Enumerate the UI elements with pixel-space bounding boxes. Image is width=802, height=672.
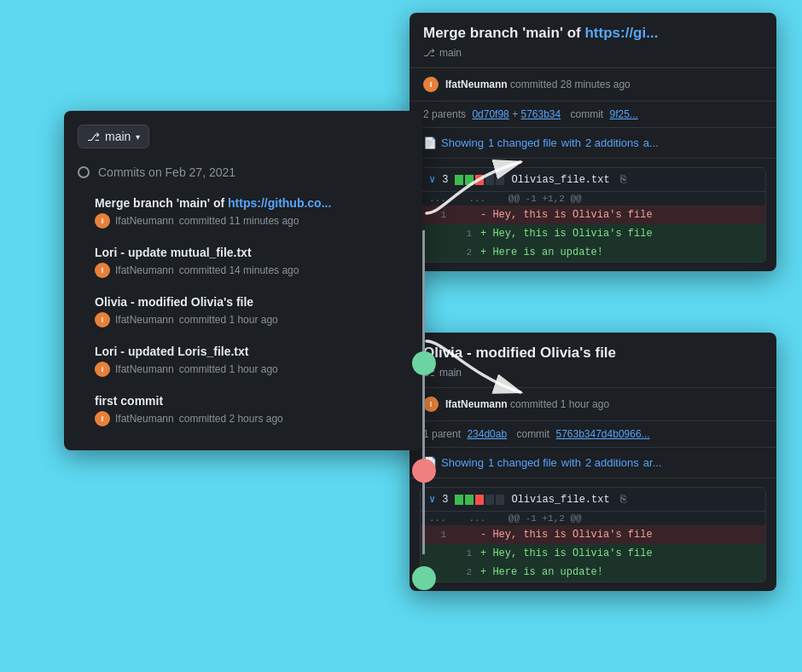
changed-count-top: 1 changed file [488, 136, 557, 149]
detail-parents-bottom: 1 parent 234d0ab commit 5763b347d4b0966.… [410, 421, 776, 448]
diff-stat-add-b1 [455, 495, 463, 505]
branch-selector[interactable]: ⎇ main ▾ [78, 125, 149, 148]
diff-line-num-old-bottom: 1 [429, 530, 455, 540]
detail-commit-meta-bottom: IfatNeumann committed 1 hour ago [445, 398, 609, 410]
diff-count-bottom: 3 [442, 494, 448, 506]
branch-name: main [105, 130, 131, 143]
detail-parents-top: 2 parents 0d70f98 + 5763b34 commit 9f25.… [410, 101, 776, 128]
parents-label-bottom: 1 parent [423, 428, 461, 440]
commit-title-3: Olivia - modified Olivia's file [95, 295, 409, 309]
commit-author-5: IfatNeumann [115, 413, 174, 425]
diff-line-content-add2-top: + Here is an update! [480, 246, 603, 258]
parent2-link-top[interactable]: 5763b34 [520, 108, 561, 120]
commit-item-2[interactable]: Lori - update mutual_file.txt I IfatNeum… [64, 239, 422, 285]
detail-author-bottom: IfatNeumann [445, 398, 508, 410]
commit-time-5: committed 2 hours ago [179, 413, 283, 425]
commit-link-1[interactable]: https://github.co... [228, 196, 331, 210]
commit-item-3[interactable]: Olivia - modified Olivia's file I IfatNe… [64, 288, 422, 334]
diff-stat-neutral-b1 [485, 495, 494, 505]
diff-container-bottom: ∨ 3 Olivias_file.txt ⎘ ... ... @@ -1 +1,… [420, 487, 766, 582]
showing-text-bottom: Showing [441, 456, 484, 469]
diff-line-content-remove-bottom: - Hey, this is Olivia's file [480, 529, 653, 541]
commit-hash-top[interactable]: 9f25... [610, 108, 638, 120]
detail-header-bottom: Olivia - modified Olivia's file ⎇ main [410, 333, 776, 388]
detail-panel-bottom: Olivia - modified Olivia's file ⎇ main I… [410, 333, 776, 591]
detail-avatar-top: I [423, 77, 439, 92]
additions-count-top: 2 additions [585, 136, 639, 149]
detail-showing-bottom: 📄 Showing 1 changed file with 2 addition… [410, 448, 776, 478]
commit-item-1[interactable]: Merge branch 'main' of https://github.co… [64, 189, 422, 235]
diff-line-content-add2-bottom: + Here is an update! [480, 566, 603, 578]
additions-count-bottom: 2 additions [585, 456, 639, 469]
detail-title-top: Merge branch 'main' of https://gi... [423, 25, 763, 42]
branch-icon-top: ⎇ [423, 47, 435, 59]
showing-with-bottom: with [561, 456, 581, 469]
commit-hash-label-top: commit [571, 108, 604, 120]
commit-title-4: Lori - updated Loris_file.txt [95, 345, 409, 358]
diff-stat-remove-1 [475, 175, 484, 185]
commit-title-1: Merge branch 'main' of https://github.co… [95, 196, 409, 210]
detail-showing-top: 📄 Showing 1 changed file with 2 addition… [410, 128, 776, 159]
detail-author-top: IfatNeumann [445, 78, 508, 90]
commit-time-1: committed 11 minutes ago [179, 215, 299, 227]
detail-time-top: committed 28 minutes ago [510, 78, 631, 90]
commit-dot-3 [412, 566, 436, 590]
detail-time-bottom: committed 1 hour ago [510, 398, 609, 410]
diff-line-num-new2-top: 1 [455, 229, 480, 239]
avatar-4: I [95, 362, 110, 377]
commit-item-5[interactable]: first commit I IfatNeumann committed 2 h… [64, 387, 422, 433]
commit-info-2: Lori - update mutual_file.txt I IfatNeum… [95, 246, 409, 278]
diff-separator-top: ... ... @@ -1 +1,2 @@ [421, 192, 765, 206]
commits-date-label: Commits on Feb 27, 2021 [98, 165, 235, 179]
diff-ellipsis-l-top: ... [429, 194, 446, 204]
diff-line-add1-bottom: 1 + Hey, this is Olivia's file [421, 544, 765, 563]
parent1-link-top[interactable]: 0d70f98 [472, 108, 509, 120]
commit-title-5: first commit [95, 394, 409, 408]
commit-hash-bottom[interactable]: 5763b347d4b0966... [555, 428, 649, 440]
diff-ellipsis-r-top: ... [468, 194, 485, 204]
commit-time-2: committed 14 minutes ago [179, 264, 299, 276]
commit-author-4: IfatNeumann [115, 363, 174, 375]
commit-info-5: first commit I IfatNeumann committed 2 h… [95, 394, 409, 426]
commit-meta-4: I IfatNeumann committed 1 hour ago [95, 362, 409, 377]
detail-branch-top: ⎇ main [423, 47, 763, 59]
diff-stat-remove-b1 [475, 495, 484, 505]
commits-date: Commits on Feb 27, 2021 [64, 162, 422, 189]
detail-title-bottom: Olivia - modified Olivia's file [423, 345, 763, 362]
detail-commit-meta-top: IfatNeumann committed 28 minutes ago [445, 78, 631, 90]
diff-hunk-top: @@ -1 +1,2 @@ [509, 194, 582, 204]
diff-line-num-old-top: 1 [429, 210, 455, 220]
diff-line-add2-top: 2 + Here is an update! [421, 243, 765, 262]
commit-info-3: Olivia - modified Olivia's file I IfatNe… [95, 295, 409, 327]
diff-stats-top [455, 175, 504, 185]
diff-filename-top: Olivias_file.txt [511, 174, 609, 186]
diff-count-top: 3 [442, 174, 448, 186]
copy-icon-bottom[interactable]: ⎘ [620, 494, 626, 506]
commit-hash-label-bottom: commit [516, 428, 549, 440]
commit-meta-1: I IfatNeumann committed 11 minutes ago [95, 213, 409, 229]
diff-stats-bottom [455, 495, 504, 505]
detail-avatar-bottom: I [423, 397, 439, 412]
changed-count-bottom: 1 changed file [488, 456, 557, 469]
diff-stat-neutral-b2 [496, 495, 504, 505]
diff-stat-add-1 [455, 175, 463, 185]
parents-label-top: 2 parents [423, 108, 466, 120]
diff-line-remove-top: 1 - Hey, this is Olivia's file [421, 206, 765, 224]
diff-stat-add-2 [465, 175, 474, 185]
detail-header-top: Merge branch 'main' of https://gi... ⎇ m… [410, 13, 776, 68]
copy-icon-top[interactable]: ⎘ [620, 174, 626, 186]
commit-info-4: Lori - updated Loris_file.txt I IfatNeum… [95, 345, 409, 377]
diff-stat-add-b2 [465, 495, 474, 505]
parent1-link-bottom[interactable]: 234d0ab [467, 428, 507, 440]
commit-meta-3: I IfatNeumann committed 1 hour ago [95, 312, 409, 327]
detail-title-link-top[interactable]: https://gi... [584, 25, 658, 41]
diff-container-top: ∨ 3 Olivias_file.txt ⎘ ... ... @@ -1 +1,… [420, 167, 766, 263]
avatar-2: I [95, 263, 110, 278]
diff-line-remove-bottom: 1 - Hey, this is Olivia's file [421, 525, 765, 544]
diff-header-top: ∨ 3 Olivias_file.txt ⎘ [421, 168, 765, 192]
detail-commit-info-bottom: I IfatNeumann committed 1 hour ago [410, 388, 776, 421]
commit-item-4[interactable]: Lori - updated Loris_file.txt I IfatNeum… [64, 338, 422, 384]
diff-chevron-top: ∨ [429, 173, 435, 186]
diff-header-bottom: ∨ 3 Olivias_file.txt ⎘ [421, 488, 765, 512]
detail-commit-info-top: I IfatNeumann committed 28 minutes ago [410, 68, 776, 101]
